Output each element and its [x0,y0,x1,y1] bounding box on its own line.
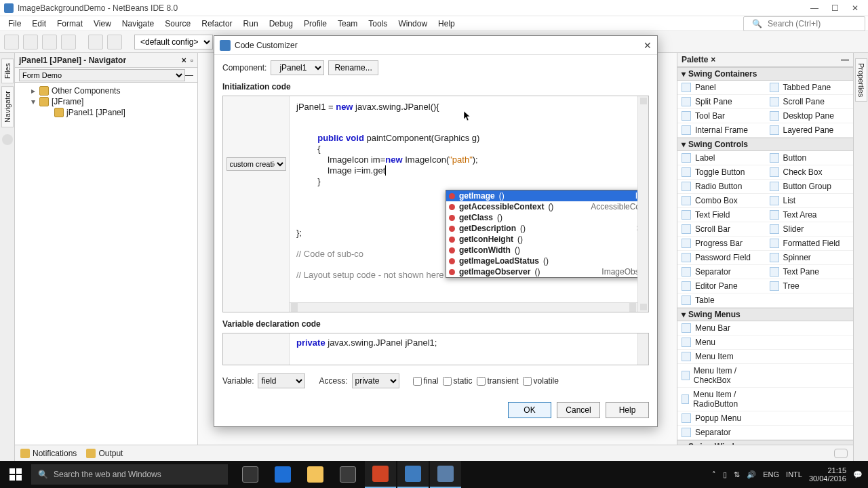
autocomplete-item[interactable]: getIconWidth()int [446,245,637,256]
autocomplete-item[interactable]: getClass()Class [446,212,637,223]
palette-item[interactable]: Desktop Pane [766,109,854,123]
palette-item[interactable]: Text Field [677,208,766,222]
palette-item[interactable] [766,411,854,426]
palette-item[interactable]: Label [677,151,766,165]
autocomplete-item[interactable]: getImage()Image [446,190,637,201]
undo-button[interactable] [88,35,103,49]
new-project-button[interactable] [23,35,38,49]
help-button[interactable]: Help [606,402,649,418]
palette-item[interactable]: Layered Pane [766,123,854,138]
minimize-button[interactable]: — [806,2,823,14]
menu-file[interactable]: File [3,18,26,30]
code-vscrollbar[interactable] [637,96,648,312]
palette-item[interactable]: Tabbed Pane [766,81,854,95]
menu-format[interactable]: Format [52,18,88,30]
menu-profile[interactable]: Profile [298,18,332,30]
autocomplete-popup[interactable]: getImage()ImagegetAccessibleContext()Acc… [446,190,637,278]
var-code-area[interactable]: private javax.swing.JPanel jPanel1; [290,333,637,365]
notifications-tab[interactable]: Notifications [20,449,77,458]
autocomplete-item[interactable]: getImageObserver()ImageObserver [446,266,637,277]
maximize-button[interactable]: ☐ [826,2,844,14]
cancel-button[interactable]: Cancel [557,402,600,418]
other-app[interactable] [430,461,461,488]
palette-item[interactable]: Radio Button [677,180,766,194]
access-select[interactable]: private [352,373,399,388]
palette-item[interactable] [766,321,854,336]
palette-item[interactable]: Separator [677,265,766,279]
palette-item[interactable]: Tree [766,279,854,293]
palette-item[interactable]: Table [677,293,766,308]
palette-item[interactable]: Spinner [766,251,854,265]
palette-cat-controls[interactable]: ▾Swing Controls [677,138,853,151]
autocomplete-item[interactable]: getAccessibleContext()AccessibleContext [446,201,637,212]
ok-button[interactable]: OK [508,402,551,418]
palette-item[interactable]: Slider [766,222,854,237]
palette-item[interactable]: Split Pane [677,95,766,109]
menu-navigate[interactable]: Navigate [117,18,159,30]
palette-item[interactable]: Tool Bar [677,109,766,123]
save-all-button[interactable] [61,35,76,49]
left-tab-navigator[interactable]: Navigator [1,86,14,127]
redo-button[interactable] [107,35,122,49]
static-checkbox[interactable]: static [443,376,473,386]
menu-tools[interactable]: Tools [363,18,393,30]
palette-item[interactable]: Menu Item [677,350,766,364]
palette-item[interactable]: Password Field [677,251,766,265]
start-button[interactable] [0,461,31,488]
taskbar-search[interactable]: 🔍 Search the web and Windows [31,464,228,485]
system-tray[interactable]: ˄ ▯ ⇅ 🔊 ENG INTL 21:15 30/04/2016 💬 [707,466,868,483]
open-project-button[interactable] [42,35,57,49]
dialog-close-icon[interactable]: ✕ [644,40,652,51]
palette-item[interactable]: List [766,194,854,208]
palette-item[interactable]: Button [766,151,854,165]
navigator-close-icon[interactable]: × [182,56,186,65]
navigator-undock-icon[interactable]: ▫ [191,56,193,65]
powerpoint-app[interactable] [365,461,396,488]
palette-min-icon[interactable]: — [841,55,849,64]
close-button[interactable]: ✕ [846,2,864,14]
navigator-view-select[interactable]: Form Demo [19,69,185,81]
task-view-button[interactable] [235,461,266,488]
menu-help[interactable]: Help [433,18,460,30]
output-tab[interactable]: Output [86,449,123,458]
left-tab-files[interactable]: Files [1,58,14,83]
palette-item[interactable]: Separator [677,426,766,440]
palette-item[interactable] [766,336,854,350]
palette-item[interactable]: Text Area [766,208,854,222]
palette-item[interactable]: Combo Box [677,194,766,208]
menu-view[interactable]: View [88,18,117,30]
var-vscrollbar[interactable] [637,333,648,365]
final-checkbox[interactable]: final [413,376,439,386]
transient-checkbox[interactable]: transient [477,376,519,386]
tray-chevron-icon[interactable]: ˄ [712,470,716,479]
component-select[interactable]: jPanel1 [271,60,324,75]
palette-item[interactable]: Internal Frame [677,123,766,138]
palette-item[interactable] [766,293,854,308]
edge-app[interactable] [267,461,298,488]
menu-source[interactable]: Source [159,18,196,30]
autocomplete-item[interactable]: getImageLoadStatus()int [446,256,637,266]
palette-item[interactable]: Text Pane [766,265,854,279]
custom-creation-select[interactable]: custom creation [226,157,286,171]
palette-item[interactable]: Toggle Button [677,165,766,180]
menu-team[interactable]: Team [332,18,363,30]
palette-item[interactable] [766,350,854,364]
palette-item[interactable]: Formatted Field [766,237,854,251]
navigator-tree[interactable]: ▸ Other Components ▾ [JFrame] jPanel1 [J… [15,83,197,461]
palette-item[interactable]: Progress Bar [677,237,766,251]
init-code-area[interactable]: jPanel1 = new javax.swing.JPanel(){ publ… [290,96,637,312]
palette-item[interactable] [766,364,854,388]
tray-battery-icon[interactable]: ▯ [723,470,727,479]
palette-item[interactable]: Editor Pane [677,279,766,293]
palette-item[interactable] [766,388,854,411]
palette-item[interactable]: Scroll Pane [766,95,854,109]
tree-other-components[interactable]: ▸ Other Components [18,85,195,96]
code-hscrollbar[interactable] [290,302,637,312]
menu-debug[interactable]: Debug [264,18,298,30]
tree-jframe[interactable]: ▾ [JFrame] [18,96,195,107]
palette-close-icon[interactable]: × [711,55,715,64]
menu-window[interactable]: Window [393,18,433,30]
palette-item[interactable]: Popup Menu [677,411,766,426]
tree-jpanel1[interactable]: jPanel1 [JPanel] [18,107,195,118]
tray-lang[interactable]: ENG [763,470,779,479]
